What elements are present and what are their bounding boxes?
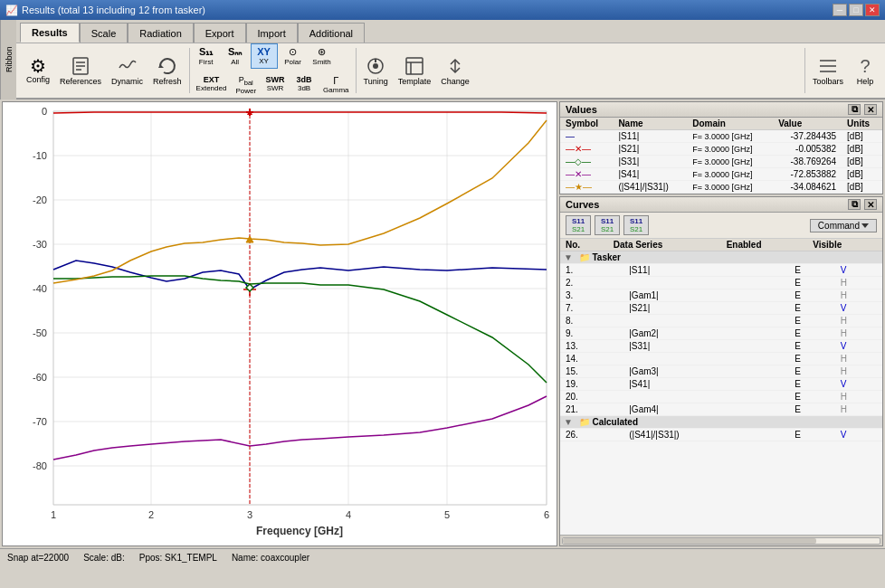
xy-button[interactable]: XY XY xyxy=(251,43,278,69)
first-button[interactable]: S₁₁ First xyxy=(193,43,220,69)
all-icon: Sₙₙ xyxy=(228,46,242,58)
curves-data-row[interactable]: 7. |S21| E V xyxy=(560,302,882,315)
polar-button[interactable]: ⊙ Polar xyxy=(280,43,307,69)
gamma-button[interactable]: Γ Gamma xyxy=(319,72,352,98)
curves-data-row[interactable]: 1. |S11| E V xyxy=(560,264,882,277)
curves-data-row[interactable]: 3. |Gam1| E H xyxy=(560,289,882,302)
tab-export[interactable]: Export xyxy=(194,23,246,43)
value-value: -37.284435 xyxy=(773,130,842,143)
sparam-btn-1[interactable]: S11S21 xyxy=(566,215,591,235)
curves-data-row[interactable]: 13. |S31| E V xyxy=(560,340,882,353)
command-button[interactable]: Command xyxy=(810,219,877,232)
curves-data-row[interactable]: 21. |Gam4| E H xyxy=(560,403,882,416)
value-symbol: —◇— xyxy=(560,156,613,168)
tab-radiation[interactable]: Radiation xyxy=(128,23,193,43)
tuning-label: Tuning xyxy=(364,77,388,86)
curves-data-row[interactable]: 8. E H xyxy=(560,315,882,327)
dynamic-icon xyxy=(117,55,138,77)
value-symbol: —✕— xyxy=(560,168,613,181)
chart-panel[interactable]: 0 -10 -20 -30 -40 -50 -60 -70 -80 1 2 3 … xyxy=(2,101,557,546)
main-area: 0 -10 -20 -30 -40 -50 -60 -70 -80 1 2 3 … xyxy=(0,100,885,548)
right-panel: Values ⧉ ✕ Symbol Name Domain Value Unit… xyxy=(559,101,883,546)
3db-button[interactable]: 3dB 3dB xyxy=(290,72,318,98)
tab-scale[interactable]: Scale xyxy=(80,23,128,43)
curves-data-row[interactable]: 9. |Gam2| E H xyxy=(560,327,882,340)
values-table: Symbol Name Domain Value Units — |S11| F… xyxy=(560,118,882,194)
polar-icon: ⊙ xyxy=(289,46,297,58)
curves-data-row[interactable]: 26. (|S41|/|S31|) E V xyxy=(560,429,882,441)
values-close-button[interactable]: ✕ xyxy=(864,104,877,115)
values-title: Values xyxy=(566,104,597,115)
scrollbar-track[interactable] xyxy=(562,537,880,545)
first-icon: S₁₁ xyxy=(199,46,213,58)
value-value: -38.769264 xyxy=(773,156,842,168)
references-button[interactable]: References xyxy=(55,52,106,89)
curve-no: 7. xyxy=(560,302,623,315)
help-button[interactable]: ? Help xyxy=(849,53,881,89)
curves-close-button[interactable]: ✕ xyxy=(864,199,877,210)
tuning-button[interactable]: Tuning xyxy=(359,52,393,89)
value-domain: F= 3.0000 [GHz] xyxy=(687,130,773,143)
curve-enabled: E xyxy=(789,277,835,289)
power-icon: Pbal xyxy=(239,75,253,87)
curve-enabled: E xyxy=(789,327,835,340)
tab-import[interactable]: Import xyxy=(246,23,298,43)
template-button[interactable]: Template xyxy=(394,52,436,89)
values-row[interactable]: — |S11| F= 3.0000 [GHz] -37.284435 [dB] xyxy=(560,130,882,143)
sparam-btn-3[interactable]: S11S21 xyxy=(623,215,649,235)
close-button[interactable]: ✕ xyxy=(865,4,880,16)
curve-series: |Gam2| xyxy=(623,327,789,340)
config-button[interactable]: ⚙ Config xyxy=(22,54,54,87)
value-name: |S41| xyxy=(613,168,687,181)
change-icon xyxy=(444,55,466,77)
group-expand-icon[interactable]: ▼ xyxy=(564,252,573,262)
values-row[interactable]: —◇— |S31| F= 3.0000 [GHz] -38.769264 [dB… xyxy=(560,156,882,168)
curve-no: 9. xyxy=(560,327,623,340)
refresh-button[interactable]: Refresh xyxy=(148,52,186,89)
group-expand-icon[interactable]: ▼ xyxy=(564,417,573,427)
value-name: |S21| xyxy=(613,143,687,156)
maximize-button[interactable]: □ xyxy=(849,4,863,16)
curves-scroll[interactable]: ▼ 📁 Tasker 1. |S11| E V 2. E H 3. |Gam1|… xyxy=(560,251,882,535)
curves-data-row[interactable]: 20. E H xyxy=(560,391,882,403)
curve-visible: V xyxy=(835,429,882,441)
window-title: Results (total 13 including 12 from task… xyxy=(22,5,205,15)
power-button[interactable]: Pbal Power xyxy=(232,72,260,98)
group-icon: 📁 xyxy=(579,417,590,427)
sparam-btn-2[interactable]: S11S21 xyxy=(595,215,620,235)
values-detach-button[interactable]: ⧉ xyxy=(848,104,861,115)
curve-no: 13. xyxy=(560,340,623,353)
tab-additional[interactable]: Additional xyxy=(298,23,365,43)
swr-button[interactable]: SWR SWR xyxy=(262,72,289,98)
extended-button[interactable]: EXT Extended xyxy=(193,72,231,98)
values-row[interactable]: —★— (|S41|/|S31|) F= 3.0000 [GHz] -34.08… xyxy=(560,181,882,194)
power-label: Power xyxy=(235,87,256,95)
status-snap: Snap at=22000 xyxy=(7,553,69,563)
col-data-series: Data Series xyxy=(608,239,721,251)
values-row[interactable]: —✕— |S41| F= 3.0000 [GHz] -72.853882 [dB… xyxy=(560,168,882,181)
all-button[interactable]: Sₙₙ All xyxy=(222,43,249,69)
dynamic-button[interactable]: Dynamic xyxy=(107,52,148,89)
3db-label: 3dB xyxy=(298,84,310,92)
curves-data-row[interactable]: 15. |Gam3| E H xyxy=(560,365,882,378)
separator-3 xyxy=(804,48,805,93)
value-symbol: —✕— xyxy=(560,143,613,156)
values-row[interactable]: —✕— |S21| F= 3.0000 [GHz] -0.005382 [dB] xyxy=(560,143,882,156)
curve-no: 2. xyxy=(560,277,623,289)
xy-label: XY xyxy=(259,57,269,65)
curves-data-row[interactable]: 2. E H xyxy=(560,277,882,289)
values-panel-controls: ⧉ ✕ xyxy=(848,104,877,115)
toolbars-label: Toolbars xyxy=(813,77,843,86)
title-bar: 📈 Results (total 13 including 12 from ta… xyxy=(0,0,885,20)
curves-data-row[interactable]: 14. E H xyxy=(560,353,882,365)
curves-scrollbar[interactable] xyxy=(560,535,882,545)
smith-button[interactable]: ⊛ Smith xyxy=(309,43,336,69)
curves-data-row[interactable]: 19. |S41| E V xyxy=(560,378,882,391)
curves-detach-button[interactable]: ⧉ xyxy=(848,199,861,210)
tab-results[interactable]: Results xyxy=(20,23,80,43)
svg-text:Frequency [GHz]: Frequency [GHz] xyxy=(256,525,343,537)
toolbars-button[interactable]: Toolbars xyxy=(808,52,848,89)
scrollbar-thumb[interactable] xyxy=(563,538,816,544)
minimize-button[interactable]: ─ xyxy=(833,4,847,16)
change-button[interactable]: Change xyxy=(436,52,474,89)
